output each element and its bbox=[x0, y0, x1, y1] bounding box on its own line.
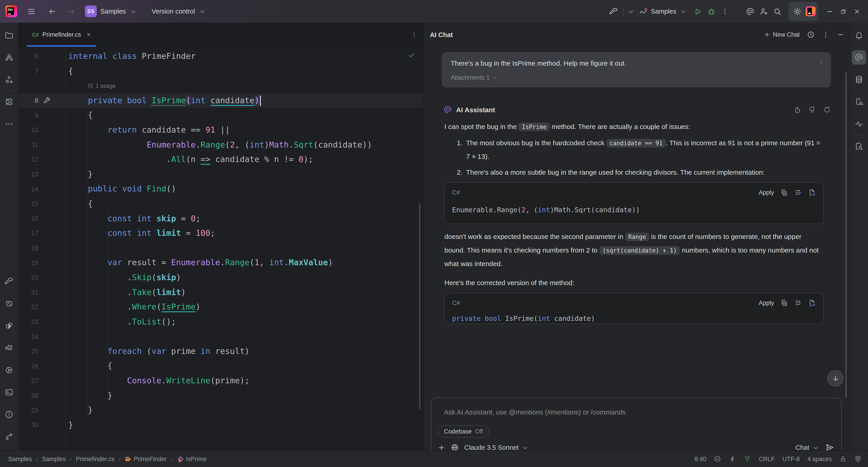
line-number[interactable]: 12 bbox=[19, 156, 38, 163]
usages-hint[interactable]: 1 usage bbox=[88, 79, 116, 93]
insert-at-caret-icon[interactable] bbox=[794, 189, 802, 196]
run-configuration-widget[interactable]: Samples bbox=[639, 7, 687, 16]
tab-close-icon[interactable]: ✕ bbox=[86, 31, 91, 38]
apply-button[interactable]: Apply bbox=[758, 189, 774, 196]
new-chat-button[interactable]: New Chat bbox=[763, 31, 800, 38]
problems-icon[interactable] bbox=[2, 407, 16, 422]
ai-assistant-toolbar-button[interactable] bbox=[743, 4, 757, 19]
services-icon[interactable] bbox=[2, 363, 16, 377]
build-hammer-icon[interactable] bbox=[2, 274, 16, 289]
chat-input[interactable]: Ask AI Assistant, use @mentions (#mentio… bbox=[431, 398, 842, 450]
attach-plus-icon[interactable] bbox=[438, 444, 445, 450]
apply-button[interactable]: Apply bbox=[758, 299, 774, 307]
inspections-ok-icon[interactable] bbox=[408, 52, 415, 59]
build-options-chevron[interactable] bbox=[626, 4, 636, 19]
attachments-toggle[interactable]: Attachments 1 bbox=[451, 74, 823, 81]
navigate-forward-button[interactable] bbox=[63, 4, 79, 19]
line-number[interactable]: 7 bbox=[19, 67, 38, 75]
line-number[interactable]: 13 bbox=[19, 171, 38, 178]
line-number[interactable]: 30 bbox=[19, 421, 38, 429]
ai-assistant-tool-icon[interactable] bbox=[852, 50, 866, 65]
copy-code-icon[interactable] bbox=[780, 299, 788, 307]
notifications-bell-icon[interactable] bbox=[852, 28, 866, 42]
search-everywhere-button[interactable] bbox=[770, 4, 784, 19]
line-number[interactable]: 16 bbox=[19, 215, 38, 222]
window-restore-button[interactable] bbox=[836, 4, 850, 19]
breadcrumb-item-samples[interactable]: Samples bbox=[42, 456, 66, 462]
model-selector[interactable]: Claude 3.5 Sonnet bbox=[464, 444, 529, 450]
line-number[interactable]: 21 bbox=[19, 289, 38, 296]
database-icon[interactable] bbox=[852, 72, 866, 87]
line-number[interactable]: 8 bbox=[19, 97, 38, 104]
line-ending[interactable]: CRLF bbox=[759, 456, 775, 462]
editor-scrollbar[interactable] bbox=[419, 203, 421, 409]
thumbs-down-icon[interactable] bbox=[808, 106, 816, 114]
chat-scrollbar[interactable] bbox=[845, 72, 847, 398]
build-button[interactable] bbox=[607, 4, 620, 19]
run-button[interactable] bbox=[691, 4, 704, 19]
settings-gear-button[interactable] bbox=[791, 4, 803, 19]
terminal-icon[interactable] bbox=[2, 385, 16, 400]
unit-tests-icon[interactable] bbox=[2, 296, 16, 311]
breadcrumb-item-isprime[interactable]: IsPrime bbox=[177, 456, 207, 462]
user-avatar[interactable] bbox=[806, 6, 815, 16]
hide-panel-icon[interactable] bbox=[837, 31, 844, 38]
window-minimize-button[interactable] bbox=[823, 4, 836, 19]
highlighting-level-icon[interactable] bbox=[729, 455, 736, 463]
main-menu-button[interactable] bbox=[24, 4, 39, 19]
scroll-to-bottom-button[interactable] bbox=[827, 370, 844, 386]
indent-setting[interactable]: 4 spaces bbox=[807, 456, 832, 462]
solution-explorer-icon[interactable] bbox=[2, 28, 16, 42]
security-shield-icon[interactable] bbox=[855, 455, 862, 463]
tab-primefinder[interactable]: C# Primefinder.cs ✕ bbox=[27, 23, 96, 47]
debug-button[interactable] bbox=[704, 4, 718, 19]
line-number[interactable]: 28 bbox=[19, 392, 38, 399]
web-context-icon[interactable] bbox=[451, 443, 459, 450]
line-number[interactable]: 23 bbox=[19, 318, 38, 325]
readonly-lock-icon[interactable] bbox=[839, 455, 847, 463]
window-close-button[interactable] bbox=[850, 4, 864, 19]
create-file-icon[interactable] bbox=[808, 299, 816, 307]
line-number[interactable]: 24 bbox=[19, 333, 38, 340]
chat-history-icon[interactable] bbox=[807, 31, 815, 38]
vcs-widget[interactable]: Version control bbox=[152, 7, 206, 15]
inspection-widget-icon[interactable] bbox=[744, 455, 751, 463]
send-icon[interactable] bbox=[825, 443, 834, 450]
project-widget[interactable]: SS Samples bbox=[85, 5, 137, 17]
device-manager-icon[interactable] bbox=[852, 94, 866, 109]
breadcrumb-item-primefinder.cs[interactable]: Primefinder.cs bbox=[76, 456, 115, 462]
azure-explorer-icon[interactable] bbox=[2, 50, 16, 65]
breadcrumb-item-primefinder[interactable]: PrimeFinder bbox=[125, 456, 167, 462]
chat-mode-selector[interactable]: Chat bbox=[796, 444, 819, 450]
line-number[interactable]: 6 bbox=[19, 53, 38, 60]
build-tool-icon[interactable] bbox=[2, 94, 16, 109]
line-number[interactable]: 15 bbox=[19, 200, 38, 207]
code-with-me-button[interactable] bbox=[757, 4, 770, 19]
quick-fix-wrench-icon[interactable] bbox=[38, 97, 55, 104]
code-editor[interactable]: 6internal class PrimeFinder7{ 1 usage8 p… bbox=[19, 47, 423, 450]
more-tool-windows-icon[interactable] bbox=[2, 117, 16, 131]
tab-options-button[interactable] bbox=[410, 23, 418, 47]
find-in-files-icon[interactable] bbox=[852, 139, 866, 153]
create-file-icon[interactable] bbox=[808, 189, 816, 196]
line-number[interactable]: 20 bbox=[19, 274, 38, 281]
caret-position[interactable]: 8:40 bbox=[694, 456, 706, 462]
profiler-icon[interactable] bbox=[2, 341, 16, 355]
line-number[interactable]: 26 bbox=[19, 362, 38, 370]
insert-at-caret-icon[interactable] bbox=[794, 299, 802, 307]
monitoring-icon[interactable] bbox=[852, 117, 866, 131]
sync-status-icon[interactable] bbox=[714, 455, 721, 463]
line-number[interactable]: 25 bbox=[19, 348, 38, 355]
more-actions-button[interactable] bbox=[718, 4, 732, 19]
line-number[interactable]: 19 bbox=[19, 259, 38, 266]
line-number[interactable]: 11 bbox=[19, 141, 38, 148]
codebase-toggle[interactable]: Codebase Off bbox=[438, 426, 489, 438]
message-options-button[interactable] bbox=[818, 58, 825, 65]
line-number[interactable]: 9 bbox=[19, 112, 38, 119]
git-icon[interactable] bbox=[2, 430, 16, 444]
regenerate-icon[interactable] bbox=[823, 106, 831, 114]
copy-code-icon[interactable] bbox=[780, 189, 788, 196]
line-number[interactable]: 17 bbox=[19, 230, 38, 237]
file-encoding[interactable]: UTF-8 bbox=[782, 456, 800, 462]
breadcrumb-item-samples[interactable]: Samples bbox=[8, 456, 32, 462]
